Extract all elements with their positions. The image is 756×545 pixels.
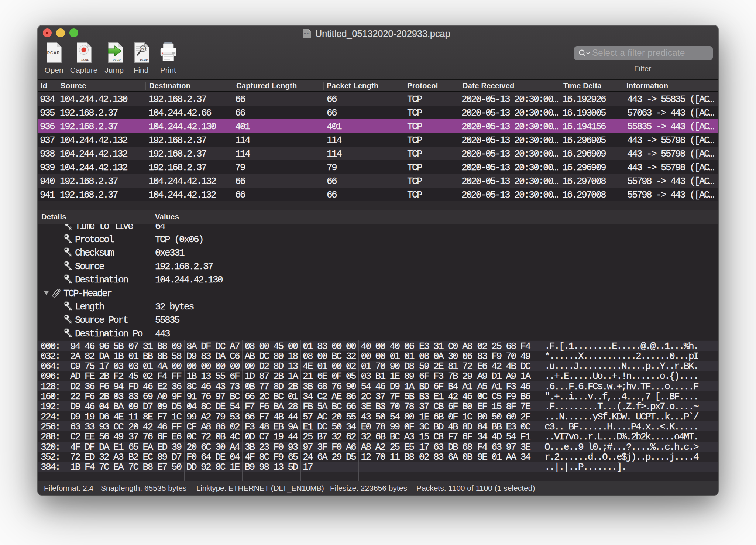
svg-text:pcap: pcap [112,57,121,61]
svg-text:pcap: pcap [140,57,148,61]
svg-text:#1: #1 [141,48,144,50]
svg-text:pcap: pcap [81,57,89,61]
svg-text:PCAP: PCAP [304,32,310,35]
svg-text:PCAP: PCAP [47,51,60,55]
